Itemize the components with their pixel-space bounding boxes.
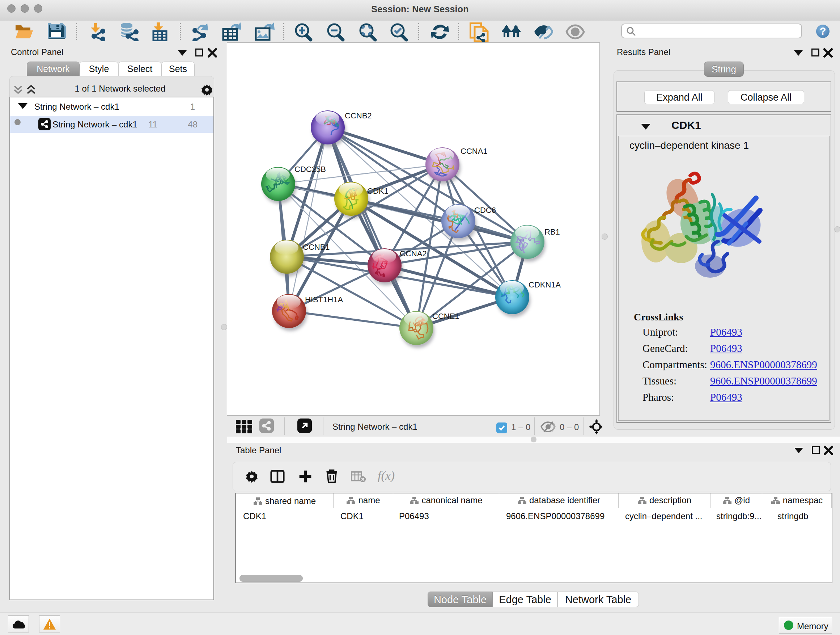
svg-text:CCNB2: CCNB2 xyxy=(345,111,372,120)
svg-text:CCNB1: CCNB1 xyxy=(303,242,330,252)
svg-text:CDC25B: CDC25B xyxy=(294,165,326,174)
svg-text:CCNE1: CCNE1 xyxy=(432,312,459,321)
svg-text:CDC6: CDC6 xyxy=(474,206,496,215)
svg-text:CCNA2: CCNA2 xyxy=(400,249,427,258)
svg-text:CCNA1: CCNA1 xyxy=(461,147,488,156)
svg-text:CDK1: CDK1 xyxy=(367,187,388,195)
svg-text:HIST1H1A: HIST1H1A xyxy=(305,295,343,304)
svg-text:CDKN1A: CDKN1A xyxy=(529,280,561,289)
svg-text:RB1: RB1 xyxy=(545,227,560,236)
